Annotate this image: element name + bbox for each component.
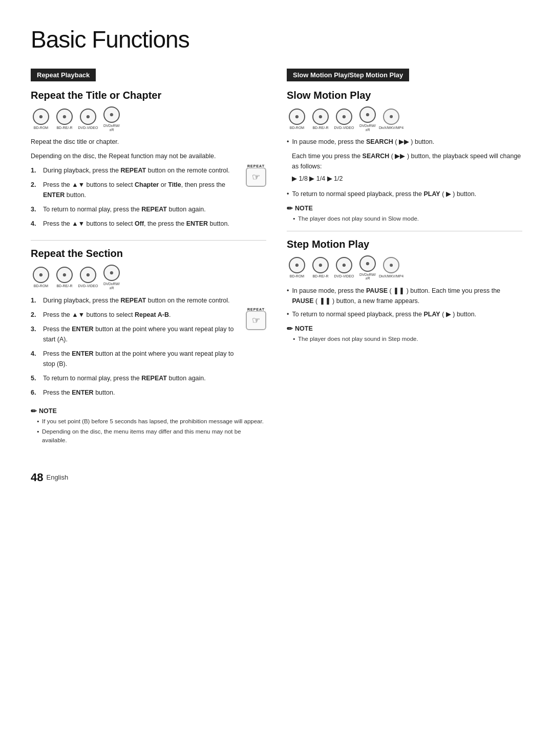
rs-step-2: 2. Press the ▲▼ buttons to select Repeat…: [31, 310, 241, 320]
disc-icons-repeat-section: ⊕ BD-ROM ⊕ BD-RE/-R ⊕ DVD-VIDEO ⊕ DVD±RW…: [31, 265, 266, 290]
step-motion-bullet-1: In pause mode, press the PAUSE ( ❚❚ ) bu…: [287, 286, 522, 306]
note-item-2: Depending on the disc, the menu items ma…: [37, 427, 266, 445]
disc-icon-dvd-rw: ⊕ DVD±RW/±R: [101, 106, 122, 132]
disc-icon-smp-bd-rom: ⊕ BD-ROM: [287, 109, 307, 130]
main-content: Repeat Playback Repeat the Title or Chap…: [31, 69, 522, 450]
rs-step-6: 6. Press the ENTER button.: [31, 387, 241, 398]
disc-icons-step-motion: ⊕ BD-ROM ⊕ BD-RE/-R ⊕ DVD-VIDEO ⊕ DVD±RW…: [287, 255, 522, 280]
rs-step-3: 3. Press the ENTER button at the point w…: [31, 324, 241, 344]
repeat-button-image: REPEAT ☞: [246, 167, 266, 187]
page-language: English: [46, 473, 68, 481]
note-title-slow-motion: ✏ NOTE: [287, 204, 522, 212]
subsection-repeat-section: Repeat the Section ⊕ BD-ROM ⊕ BD-RE/-R ⊕…: [31, 248, 266, 445]
right-column: Slow Motion Play/Step Motion Play Slow M…: [287, 69, 522, 450]
note-slow-motion: ✏ NOTE The player does not play sound in…: [287, 204, 522, 223]
slow-motion-bullets: In pause mode, press the SEARCH ( ▶▶ ) b…: [287, 137, 522, 147]
page-number: 48: [31, 471, 43, 484]
disc-icons-slow-motion: ⊕ BD-ROM ⊕ BD-RE/-R ⊕ DVD-VIDEO ⊕ DVD±RW…: [287, 106, 522, 132]
rs-step-1: 1. During playback, press the REPEAT but…: [31, 295, 241, 306]
note-list-slow-motion: The player does not play sound in Slow m…: [287, 214, 522, 223]
subsection-step-motion: Step Motion Play ⊕ BD-ROM ⊕ BD-RE/-R ⊕ D…: [287, 239, 522, 344]
note-step-motion: ✏ NOTE The player does not play sound in…: [287, 325, 522, 343]
repeat-title-steps: 1. During playback, press the REPEAT but…: [31, 165, 241, 229]
slow-motion-bullet-1: In pause mode, press the SEARCH ( ▶▶ ) b…: [287, 137, 522, 147]
note-item-1: If you set point (B) before 5 seconds ha…: [37, 417, 266, 426]
step-4: 4. Press the ▲▼ buttons to select Off, t…: [31, 219, 241, 229]
subsection-title-repeat-title: Repeat the Title or Chapter: [31, 90, 266, 101]
disc-icon-bd-rom: ⊕ BD-ROM: [31, 109, 51, 130]
rs-step-4: 4. Press the ENTER button at the point w…: [31, 349, 241, 369]
left-column: Repeat Playback Repeat the Title or Chap…: [31, 69, 266, 450]
disc-icon-step-bd-rom: ⊕ BD-ROM: [287, 257, 307, 278]
subsection-slow-motion: Slow Motion Play ⊕ BD-ROM ⊕ BD-RE/-R ⊕ D…: [287, 90, 522, 224]
slow-motion-text-2: Each time you press the SEARCH ( ▶▶ ) bu…: [292, 151, 522, 171]
disc-icon-dvd-rw-2: ⊕ DVD±RW/±R: [101, 265, 122, 290]
note-step-motion-1: The player does not play sound in Step m…: [293, 335, 522, 343]
disc-icon-bd-rom-2: ⊕ BD-ROM: [31, 267, 51, 288]
disc-icon-step-dvd-rw: ⊕ DVD±RW/±R: [357, 255, 378, 280]
right-section-header: Slow Motion Play/Step Motion Play: [287, 69, 409, 81]
disc-icon-dvd-video-2: ⊕ DVD-VIDEO: [78, 267, 98, 288]
disc-icon-step-bd-re-r: ⊕ BD-RE/-R: [310, 257, 331, 278]
disc-icon-bd-re-r-2: ⊕ BD-RE/-R: [54, 267, 75, 288]
page-footer: 48 English: [31, 471, 522, 484]
subsection-title-repeat-section: Repeat the Section: [31, 248, 266, 260]
disc-icon-smp-bd-re-r: ⊕ BD-RE/-R: [310, 109, 331, 130]
divider-1: [31, 240, 266, 241]
divider-2: [287, 231, 522, 231]
pencil-icon: ✏: [31, 407, 37, 415]
body-text-repeat-title-1: Repeat the disc title or chapter.: [31, 137, 241, 147]
disc-icon-smp-divx: ⊛ DivX/MKV/MP4: [381, 109, 401, 130]
slow-motion-speeds: ▶ 1/8 ▶ 1/4 ▶ 1/2: [292, 174, 522, 184]
disc-icon-dvd-video: ⊕ DVD-VIDEO: [78, 109, 98, 130]
body-text-repeat-title-2: Depending on the disc, the Repeat functi…: [31, 151, 241, 161]
disc-icon-smp-dvd-video: ⊕ DVD-VIDEO: [334, 109, 354, 130]
disc-icon-bd-re-r: ⊕ BD-RE/-R: [54, 109, 75, 130]
repeat-section-steps: 1. During playback, press the REPEAT but…: [31, 295, 241, 398]
note-list-step-motion: The player does not play sound in Step m…: [287, 335, 522, 343]
subsection-title-slow-motion: Slow Motion Play: [287, 90, 522, 101]
note-title-step-motion: ✏ NOTE: [287, 325, 522, 333]
step-3: 3. To return to normal play, press the R…: [31, 204, 241, 214]
note-title-repeat-section: ✏ NOTE: [31, 407, 266, 415]
pencil-icon-2: ✏: [287, 204, 293, 212]
subsection-title-step-motion: Step Motion Play: [287, 239, 522, 250]
disc-icon-step-dvd-video: ⊕ DVD-VIDEO: [334, 257, 354, 278]
disc-icon-smp-dvd-rw: ⊕ DVD±RW/±R: [357, 106, 378, 132]
step-2: 2. Press the ▲▼ buttons to select Chapte…: [31, 180, 241, 200]
step-1: 1. During playback, press the REPEAT but…: [31, 165, 241, 176]
rs-step-5: 5. To return to normal play, press the R…: [31, 373, 241, 383]
note-slow-motion-1: The player does not play sound in Slow m…: [293, 214, 522, 223]
disc-icons-repeat-title: ⊕ BD-ROM ⊕ BD-RE/-R ⊕ DVD-VIDEO ⊕ DVD±RW…: [31, 106, 266, 132]
subsection-repeat-title: Repeat the Title or Chapter ⊕ BD-ROM ⊕ B…: [31, 90, 266, 233]
page-title: Basic Functions: [31, 26, 522, 53]
repeat-button-image-2: REPEAT ☞: [246, 311, 266, 330]
note-repeat-section: ✏ NOTE If you set point (B) before 5 sec…: [31, 407, 266, 445]
step-motion-bullet-2: To return to normal speed playback, pres…: [287, 309, 522, 319]
note-list-repeat-section: If you set point (B) before 5 seconds ha…: [31, 417, 266, 445]
pencil-icon-3: ✏: [287, 325, 293, 333]
slow-motion-bullet-2: To return to normal speed playback, pres…: [287, 189, 522, 199]
left-section-header: Repeat Playback: [31, 69, 96, 81]
step-motion-bullets: In pause mode, press the PAUSE ( ❚❚ ) bu…: [287, 286, 522, 319]
disc-icon-step-divx: ⊛ DivX/MKV/MP4: [381, 257, 401, 278]
slow-motion-bullets-2: To return to normal speed playback, pres…: [287, 189, 522, 199]
